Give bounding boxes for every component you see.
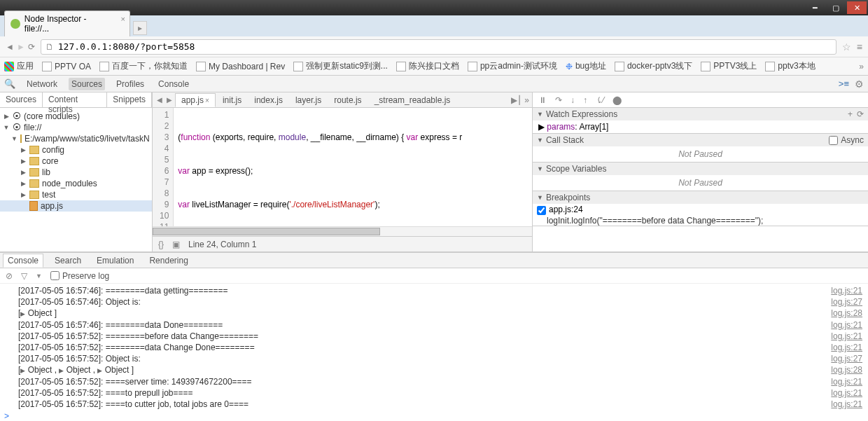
reload-button[interactable]: ⟳ (28, 42, 35, 52)
drawer-tab-emulation[interactable]: Emulation (92, 254, 138, 267)
subtab-content-scripts[interactable]: Content scripts (43, 92, 107, 107)
line-gutter[interactable]: 12345678910111213 (153, 108, 174, 226)
tree-file-scheme[interactable]: ▼⦿ file:// (0, 122, 152, 133)
breakpoints-header[interactable]: ▼Breakpoints (533, 191, 868, 204)
bookmark-item[interactable]: 陈兴接口文档 (396, 60, 459, 72)
new-tab-button[interactable]: ▸ (133, 21, 147, 35)
navigator-pane: Sources Content scripts Snippets ▶⦿ (cor… (0, 92, 153, 251)
back-button[interactable]: ◄ (6, 42, 14, 52)
toggle-drawer-icon[interactable]: >≡ (839, 78, 849, 90)
file-tab[interactable]: layer.js (290, 94, 327, 106)
refresh-watch-icon[interactable]: ⟳ (857, 109, 864, 119)
preserve-log-checkbox[interactable] (50, 271, 59, 280)
pretty-print-icon[interactable]: {} (158, 240, 164, 249)
tree-folder[interactable]: ▼E:/wamp/www/static9/livetv/taskN (0, 133, 152, 144)
bookmarks-overflow-icon[interactable]: » (859, 62, 864, 71)
tab-console[interactable]: Console (155, 78, 192, 90)
tab-profiles[interactable]: Profiles (113, 78, 147, 90)
tree-folder[interactable]: ▶node_modules (0, 178, 152, 189)
tab-title: Node Inspector - file://... (24, 14, 113, 34)
folder-icon (20, 134, 22, 143)
omnibox[interactable]: 🗋 (41, 39, 836, 55)
subtab-sources[interactable]: Sources (0, 92, 43, 107)
pause-on-exceptions-icon[interactable]: ⬤ (612, 95, 622, 105)
browser-tab[interactable]: Node Inspector - file://... × (4, 11, 130, 36)
scrollbar-thumb[interactable] (153, 228, 380, 235)
subtab-snippets[interactable]: Snippets (107, 92, 152, 107)
drawer-tab-console[interactable]: Console (3, 254, 43, 268)
breakpoint-item[interactable]: app.js:24 (533, 204, 868, 216)
tab-network[interactable]: Network (24, 78, 60, 90)
tree-folder[interactable]: ▶config (0, 144, 152, 156)
file-tree[interactable]: ▶⦿ (core modules) ▼⦿ file:// ▼E:/wamp/ww… (0, 108, 152, 251)
page-icon (468, 62, 477, 71)
level-dropdown-icon[interactable]: ▼ (36, 272, 42, 279)
scope-header[interactable]: ▼Scope Variables (533, 163, 868, 175)
preserve-log-label[interactable]: Preserve log (50, 271, 109, 281)
filter-icon[interactable]: ▽ (21, 271, 27, 281)
folder-icon (29, 146, 39, 154)
file-tab[interactable]: app.js× (175, 93, 216, 107)
page-icon (396, 62, 406, 71)
minimize-button[interactable]: ━ (805, 1, 825, 14)
tree-file[interactable]: app.js (0, 200, 152, 212)
forward-button[interactable]: ► (17, 42, 25, 52)
add-watch-icon[interactable]: + (848, 109, 853, 119)
tree-core-modules[interactable]: ▶⦿ (core modules) (0, 111, 152, 122)
url-input[interactable] (58, 41, 832, 52)
console-prompt[interactable]: > (0, 411, 868, 421)
maximize-button[interactable]: ▢ (826, 1, 846, 14)
deactivate-breakpoints-icon[interactable]: ⤹⁄ (596, 95, 604, 105)
clear-console-icon[interactable]: ⊘ (6, 271, 13, 281)
drawer-tab-search[interactable]: Search (50, 254, 85, 267)
editor-pane: ◀ ▶ app.js× init.js index.js layer.js ro… (153, 92, 532, 251)
file-tab-next-icon[interactable]: ▶ (165, 96, 174, 104)
pause-icon[interactable]: ⏸ (538, 95, 547, 105)
close-icon[interactable]: × (205, 97, 209, 104)
code-editor[interactable]: 12345678910111213 (function (exports, re… (153, 108, 532, 226)
bookmark-apps[interactable]: 应用 (4, 60, 34, 72)
bookmark-item[interactable]: 百度一下，你就知道 (99, 60, 188, 72)
bookmark-item[interactable]: ❉bug地址 (566, 60, 606, 72)
console-output[interactable]: [2017-05-05 16:57:46]: ========data gett… (0, 284, 868, 411)
step-out-icon[interactable]: ↑ (583, 95, 587, 105)
bookmark-item[interactable]: docker-pptv3线下 (615, 60, 692, 72)
file-tab-prev-icon[interactable]: ◀ (155, 96, 164, 104)
close-button[interactable]: ✕ (847, 1, 867, 14)
bookmark-star-icon[interactable]: ☆ (842, 41, 851, 53)
file-tab[interactable]: init.js (217, 94, 247, 106)
drawer-tab-rendering[interactable]: Rendering (145, 254, 192, 267)
file-icon (29, 201, 38, 211)
breakpoint-toggle-icon[interactable]: ▣ (172, 240, 180, 249)
bookmark-item[interactable]: PPTV3线上 (701, 60, 757, 72)
watch-header[interactable]: ▼Watch Expressions+⟳ (533, 108, 868, 120)
run-snippet-icon[interactable]: ▶⎮ (511, 95, 522, 105)
search-icon[interactable]: 🔍 (4, 78, 15, 89)
bookmark-item[interactable]: pptv3本地 (765, 60, 815, 72)
breakpoint-checkbox[interactable] (537, 206, 546, 215)
tree-folder[interactable]: ▶core (0, 156, 152, 167)
bookmark-item[interactable]: 强制更新static9到测... (293, 60, 388, 72)
tab-sources[interactable]: Sources (69, 78, 105, 90)
debugger-pane: ⏸ ↷ ↓ ↑ ⤹⁄ ⬤ ▼Watch Expressions+⟳ ▶ para… (532, 92, 868, 251)
bookmark-item[interactable]: PPTV OA (42, 62, 91, 71)
file-tab-overflow-icon[interactable]: » (524, 95, 529, 105)
chrome-menu-icon[interactable]: ≡ (857, 41, 862, 53)
bookmark-item[interactable]: pp云admin-测试环境 (468, 60, 557, 72)
file-tab[interactable]: _stream_readable.js (369, 94, 456, 106)
gear-icon[interactable]: ⚙ (855, 78, 864, 90)
async-checkbox[interactable] (829, 136, 838, 145)
file-tab[interactable]: route.js (328, 94, 367, 106)
bookmark-item[interactable]: My Dashboard | Rev (196, 62, 285, 71)
tree-folder[interactable]: ▶lib (0, 167, 152, 178)
tab-close-icon[interactable]: × (121, 15, 125, 23)
horizontal-scrollbar[interactable] (153, 226, 532, 236)
step-into-icon[interactable]: ↓ (570, 95, 575, 105)
callstack-header[interactable]: ▼Call StackAsync (533, 134, 868, 146)
code-content[interactable]: (function (exports, require, module, __f… (174, 108, 466, 226)
tree-folder[interactable]: ▶test (0, 189, 152, 200)
site-info-icon[interactable]: 🗋 (46, 42, 54, 52)
file-tab[interactable]: index.js (248, 94, 288, 106)
page-icon (42, 62, 52, 71)
step-over-icon[interactable]: ↷ (555, 95, 562, 105)
